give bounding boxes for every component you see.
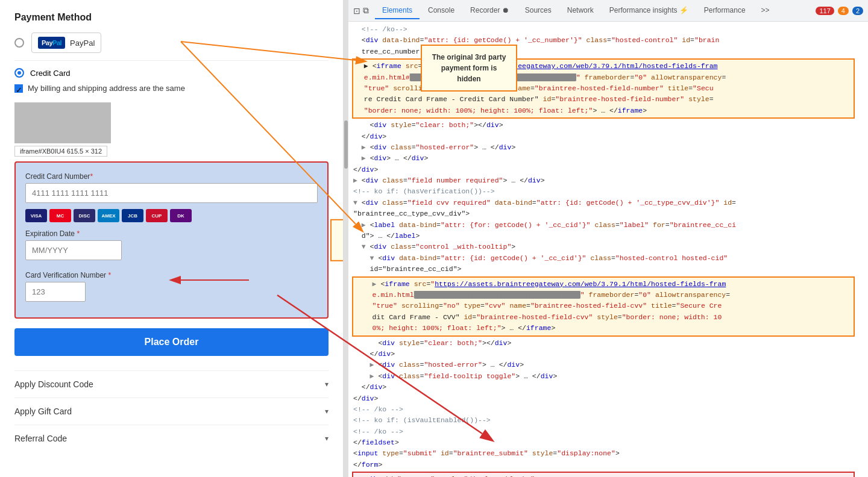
mastercard-icon: MC xyxy=(49,209,71,222)
devtools-toolbar: ⊡ ⧉ xyxy=(353,5,369,16)
hidden-form-annotation: The original 3rd partypayment form is hi… xyxy=(421,45,517,92)
code-line-iframe1d: re Credit Card Frame - Credit Card Numbe… xyxy=(356,94,851,105)
cvv-label: Card Verification Number * xyxy=(25,271,318,279)
card-image-placeholder xyxy=(14,102,111,143)
code-line-0: <!-- /ko--> xyxy=(348,24,858,35)
credit-card-label: Credit Card xyxy=(30,69,70,78)
code-line-iframe2d: dit Card Frame - CVV" id="braintree-host… xyxy=(356,312,851,323)
warn-count: 4 xyxy=(838,7,849,15)
code-line-clear2: <div style="clear: both;"></div> xyxy=(348,338,858,349)
code-line-input-submit: <input type="submit" id="braintree_submi… xyxy=(348,448,858,459)
billing-checkbox[interactable]: ✓ xyxy=(14,84,23,93)
code-line-ko2: <!-- /ko --> xyxy=(348,426,858,437)
code-line-kovault: <!-- ko if: (isVaultEnabled())--> xyxy=(348,415,858,426)
paypal-option[interactable]: PayPal PayPal xyxy=(14,33,329,53)
red-block: ▼ <div id="B1K5QRW" style="display: bloc… xyxy=(352,472,855,477)
injected-form: Credit Card Number* VISA MC DISC AMEX JC… xyxy=(14,161,329,319)
code-line-hostedcid: ▼ <div data-bind="attr: {id: getCode() +… xyxy=(348,253,858,264)
code-line-fielset: </fieldset> xyxy=(348,437,858,448)
code-line-closediv5: </div> xyxy=(348,393,858,404)
fake-form-annotation: Fake form injected by the malicious code… xyxy=(330,219,344,261)
code-line-closediv3: </div> xyxy=(348,349,858,360)
jcb-icon: JCB xyxy=(122,209,143,222)
paypal-radio[interactable] xyxy=(14,38,24,48)
inspect-icon[interactable]: ⊡ xyxy=(353,6,360,16)
credit-card-radio[interactable] xyxy=(14,68,24,78)
code-line-formclose: </form> xyxy=(348,460,858,470)
code-line-closediv4: </div> xyxy=(348,382,858,393)
orange-block-2: ▶ <iframe src="https://assets.braintreeg… xyxy=(352,276,855,337)
tab-console[interactable]: Console xyxy=(421,2,462,19)
apply-discount-label: Apply Discount Code xyxy=(14,379,93,389)
section-title: Payment Method xyxy=(14,12,329,23)
code-line-koif: <!-- ko if: (hasVerification())--> xyxy=(348,186,858,197)
visa-icon: VISA xyxy=(25,209,47,222)
divider xyxy=(14,60,329,61)
vertical-scrollbar[interactable] xyxy=(344,0,348,477)
full-page: Payment Method PayPal PayPal Credit Card… xyxy=(0,0,868,477)
code-line-label1: ▶ <label data-bind="attr: {for: getCode(… xyxy=(348,220,858,231)
code-line-div2: ▶ <div> … </div> xyxy=(348,153,858,164)
code-line-clear: <div style="clear: both;"></div> xyxy=(348,120,858,131)
billing-checkbox-row[interactable]: ✓ My billing and shipping address are th… xyxy=(14,84,329,93)
amex-icon: AMEX xyxy=(98,209,119,222)
cvv-input[interactable] xyxy=(25,282,86,302)
referral-chevron: ▾ xyxy=(325,434,329,443)
apply-gift-chevron: ▾ xyxy=(325,407,329,416)
tab-more[interactable]: >> xyxy=(754,2,777,19)
code-line-b1k[interactable]: ▼ <div id="B1K5QRW" style="display: bloc… xyxy=(356,474,851,477)
devtools-tabs: ⊡ ⧉ Elements Console Recorder ⏺ Sources … xyxy=(348,0,868,22)
device-icon[interactable]: ⧉ xyxy=(363,5,369,16)
scrollbar-thumb[interactable] xyxy=(344,120,348,169)
tab-network[interactable]: Network xyxy=(560,2,601,19)
referral-row[interactable]: Referral Code ▾ xyxy=(14,425,329,452)
iframe-badge: iframe#XB0IU4 615.5 × 312 xyxy=(14,146,107,157)
billing-checkbox-label: My billing and shipping address are the … xyxy=(28,84,185,93)
code-line-tooltip: ▼ <div class="control _with-tooltip"> xyxy=(348,242,858,252)
info-count: 2 xyxy=(852,7,863,15)
card-icons-row: VISA MC DISC AMEX JCB CUP DK xyxy=(25,209,318,222)
apply-gift-label: Apply Gift Card xyxy=(14,407,72,416)
tab-performance-insights[interactable]: Performance insights ⚡ xyxy=(602,2,696,19)
code-line-ko1: <!-- /ko --> xyxy=(348,404,858,415)
code-line-label2: d"> … </label> xyxy=(348,231,858,242)
tab-elements[interactable]: Elements xyxy=(375,2,420,19)
expiry-input[interactable] xyxy=(25,240,122,260)
code-line-cvvdiv2: "braintree_cc_type_cvv_div"> xyxy=(348,208,858,219)
discover-icon: DISC xyxy=(74,209,95,222)
code-line-iframe2e: 0%; height: 100%; float: left;"> … </ifr… xyxy=(356,323,851,334)
code-line-closediv2: </div> xyxy=(348,164,858,175)
place-order-button[interactable]: Place Order xyxy=(14,328,329,356)
credit-card-option[interactable]: Credit Card xyxy=(14,68,329,78)
cup-icon: CUP xyxy=(146,209,168,222)
cc-number-input[interactable] xyxy=(25,183,318,203)
dk-icon: DK xyxy=(170,209,192,222)
code-line-fieldtooltip: ▶ <div class="field-tooltip toggle"> … <… xyxy=(348,371,858,382)
cc-number-label: Credit Card Number* xyxy=(25,172,318,181)
code-line-closediv1: </div> xyxy=(348,131,858,142)
code-line-iframe2b: e.min.html██████████████████████████████… xyxy=(356,290,851,301)
code-line-iframe2c: "true" scrolling="no" type="cvv" name="b… xyxy=(356,301,851,311)
apply-gift-row[interactable]: Apply Gift Card ▾ xyxy=(14,398,329,425)
tab-sources[interactable]: Sources xyxy=(518,2,559,19)
paypal-label: PayPal xyxy=(70,39,95,48)
code-line-iframe2[interactable]: ▶ <iframe src="https://assets.braintreeg… xyxy=(356,279,851,290)
code-line-iframe1e: "border: none; width: 100%; height: 100%… xyxy=(356,105,851,116)
paypal-logo: PayPal xyxy=(38,37,65,49)
error-count: 117 xyxy=(816,7,834,15)
code-line-hostedcid2: id="braintree_cc_cid"> xyxy=(348,264,858,275)
tab-performance[interactable]: Performance xyxy=(697,2,753,19)
paypal-box: PayPal PayPal xyxy=(31,33,101,53)
code-line-cvvdiv: ▼ <div class="field cvv required" data-b… xyxy=(348,198,858,208)
code-line-hosterr1: ▶ <div class="hosted-error"> … </div> xyxy=(348,142,858,153)
code-line-hosterr2: ▶ <div class="hosted-error"> … </div> xyxy=(348,360,858,370)
devtools-panel: ⊡ ⧉ Elements Console Recorder ⏺ Sources … xyxy=(348,0,868,477)
referral-label: Referral Code xyxy=(14,434,67,443)
left-panel: Payment Method PayPal PayPal Credit Card… xyxy=(0,0,344,477)
code-line-fieldnumber: ▶ <div class="field number required"> … … xyxy=(348,175,858,186)
expiry-label: Expiration Date * xyxy=(25,229,318,238)
tab-recorder[interactable]: Recorder ⏺ xyxy=(463,2,517,19)
apply-discount-row[interactable]: Apply Discount Code ▾ xyxy=(14,370,329,398)
apply-discount-chevron: ▾ xyxy=(325,380,329,388)
